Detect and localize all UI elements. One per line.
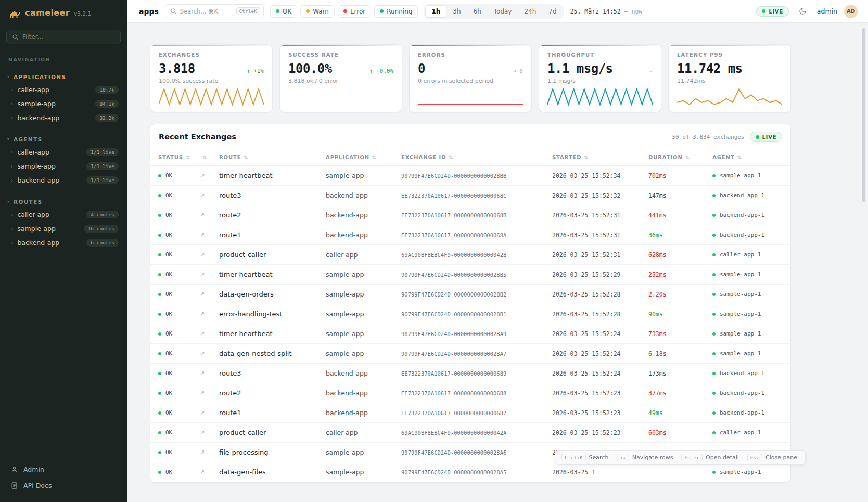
sidebar-item[interactable]: › sample-app 84.1k (0, 97, 127, 111)
open-exchange-icon[interactable]: ↗ (200, 212, 219, 218)
time-range-button[interactable]: 6h (467, 5, 488, 18)
application-name: sample-app (326, 448, 401, 456)
filter-input[interactable] (22, 33, 115, 41)
open-exchange-icon[interactable]: ↗ (200, 330, 219, 337)
open-exchange-icon[interactable]: ↗ (200, 390, 219, 396)
global-search-box[interactable]: Ctrl+K (165, 4, 264, 18)
sidebar-item[interactable]: › backend-app 32.2k (0, 111, 127, 125)
exchange-id: 90799F47E6CD24D-00000000000028B2 (401, 291, 552, 298)
nav-section-header[interactable]: ▾ AGENTS (0, 135, 127, 145)
table-body: OK ↗ timer-heartbeat sample-app 90799F47… (150, 166, 790, 482)
open-exchange-icon[interactable]: ↗ (200, 271, 219, 278)
theme-toggle-button[interactable] (796, 4, 810, 19)
application-name: sample-app (326, 172, 401, 179)
status-ok-dot (158, 253, 161, 256)
sidebar-item[interactable]: › sample-app 16 routes (0, 222, 127, 236)
column-header[interactable]: ⇅ (200, 155, 219, 160)
hint-kbd: Esc (747, 454, 762, 461)
nav-section-header[interactable]: ▾ APPLICATIONS (0, 72, 127, 83)
open-exchange-icon[interactable]: ↗ (200, 469, 219, 475)
column-header[interactable]: EXCHANGE ID ⇅ (401, 155, 552, 160)
time-range-button[interactable]: 7d (542, 5, 563, 18)
date-range[interactable]: 25. März 14:52 — now (570, 8, 643, 15)
column-header[interactable]: APPLICATION ⇅ (326, 155, 401, 160)
sidebar-item[interactable]: › caller-app 1/1 live (0, 145, 127, 159)
table-row[interactable]: OK ↗ route2 backend-app EE7322370A10617-… (150, 205, 790, 225)
open-exchange-icon[interactable]: ↗ (200, 449, 219, 456)
sidebar-item-api-docs[interactable]: API Docs (0, 478, 127, 494)
column-header[interactable]: ROUTE ⇅ (219, 155, 326, 160)
table-row[interactable]: OK ↗ timer-heartbeat sample-app 90799F47… (150, 265, 790, 285)
nav-section-header[interactable]: ▾ ROUTES (0, 197, 127, 208)
open-exchange-icon[interactable]: ↗ (200, 251, 219, 258)
table-row[interactable]: OK ↗ route3 backend-app EE7322370A10617-… (150, 364, 790, 383)
stat-subtext: 0 errors in selected period (418, 78, 523, 84)
status-label: OK (165, 212, 172, 218)
table-row[interactable]: OK ↗ timer-heartbeat sample-app 90799F47… (150, 166, 790, 186)
status-cell: OK (158, 429, 200, 436)
main-content: EXCHANGES 3.818 ↑ +1% 100.0% success rat… (127, 23, 868, 502)
table-row[interactable]: OK ↗ data-gen-nested-split sample-app 90… (150, 344, 790, 364)
agent-name: caller-app-1 (720, 251, 761, 258)
table-row[interactable]: OK ↗ route2 backend-app EE7322370A10617-… (150, 383, 790, 403)
table-row[interactable]: OK ↗ product-caller caller-app 69AC90BF8… (150, 245, 790, 265)
sidebar-item-label: backend-app (17, 176, 82, 184)
time-range-button[interactable]: 3h (446, 5, 467, 18)
started-timestamp: 2026-03-25 15:52:32 (552, 192, 648, 199)
table-row[interactable]: OK ↗ data-gen-files sample-app 90799F47E… (150, 462, 790, 482)
status-filter-chip[interactable]: OK (270, 5, 297, 18)
status-ok-dot (158, 194, 161, 197)
open-exchange-icon[interactable]: ↗ (200, 311, 219, 317)
chevron-right-icon: › (11, 177, 13, 183)
time-range-button[interactable]: 24h (518, 5, 542, 18)
open-exchange-icon[interactable]: ↗ (200, 370, 219, 377)
table-row[interactable]: OK ↗ route1 backend-app EE7322370A10617-… (150, 225, 790, 245)
column-header[interactable]: STATUS ⇅ (158, 155, 200, 160)
sidebar-filter-box[interactable] (6, 30, 121, 44)
started-timestamp: 2026-03-25 15:52:23 (552, 409, 648, 417)
table-row[interactable]: OK ↗ data-gen-orders sample-app 90799F47… (150, 285, 790, 304)
sidebar-item-admin[interactable]: Admin (0, 461, 127, 478)
open-exchange-icon[interactable]: ↗ (200, 291, 219, 298)
sidebar-item[interactable]: › backend-app 6 routes (0, 236, 127, 250)
status-filter-chip[interactable]: Warn (300, 5, 335, 18)
open-exchange-icon[interactable]: ↗ (200, 231, 219, 238)
exchange-id: 69AC90BF8EBC4F9-000000000000042A (401, 430, 552, 436)
table-row[interactable]: OK ↗ timer-heartbeat sample-app 90799F47… (150, 324, 790, 344)
table-row[interactable]: OK ↗ error-handling-test sample-app 9079… (150, 304, 790, 324)
scrollbar[interactable] (862, 28, 865, 202)
sidebar-item[interactable]: › caller-app 4 routes (0, 208, 127, 222)
status-filter-chip[interactable]: Error (338, 5, 371, 18)
column-header[interactable]: STARTED ⇅ (552, 155, 648, 160)
agent-live-dot (712, 471, 716, 474)
status-label: OK (165, 370, 172, 377)
agent-live-dot (712, 332, 716, 336)
stat-accent-bar (539, 45, 661, 46)
status-label: OK (165, 271, 172, 278)
column-header[interactable]: AGENT ⇅ (712, 155, 790, 160)
open-exchange-icon[interactable]: ↗ (200, 350, 219, 357)
camel-logo-icon (8, 8, 21, 20)
open-exchange-icon[interactable]: ↗ (200, 172, 219, 179)
status-label: OK (165, 291, 172, 298)
sidebar-item[interactable]: › sample-app 1/1 live (0, 159, 127, 173)
open-exchange-icon[interactable]: ↗ (200, 429, 219, 436)
column-header[interactable]: DURATION ⇅ (648, 155, 712, 160)
open-exchange-icon[interactable]: ↗ (200, 192, 219, 199)
time-range-button[interactable]: Today (488, 5, 518, 18)
table-row[interactable]: OK ↗ product-caller caller-app 69AC90BF8… (150, 423, 790, 443)
sidebar-item[interactable]: › caller-app 10.7k (0, 83, 127, 97)
status-cell: OK (158, 469, 200, 475)
status-filter-chip[interactable]: Running (374, 5, 418, 18)
exchange-id: EE7322370A10617-000000000000068A (401, 232, 552, 238)
avatar[interactable]: AD (844, 5, 858, 18)
table-row[interactable]: OK ↗ route1 backend-app EE7322370A10617-… (150, 403, 790, 423)
search-input[interactable] (180, 8, 233, 15)
table-row[interactable]: OK ↗ route3 backend-app EE7322370A10617-… (150, 186, 790, 205)
status-cell: OK (158, 192, 200, 199)
sidebar-item[interactable]: › backend-app 1/1 live (0, 173, 127, 187)
nav-section: ▾ ROUTES › caller-app 4 routes › sample-… (0, 197, 127, 250)
time-range-button[interactable]: 1h (425, 5, 446, 18)
exchange-id: 90799F47E6CD24D-00000000000028A7 (401, 351, 552, 357)
open-exchange-icon[interactable]: ↗ (200, 409, 219, 416)
